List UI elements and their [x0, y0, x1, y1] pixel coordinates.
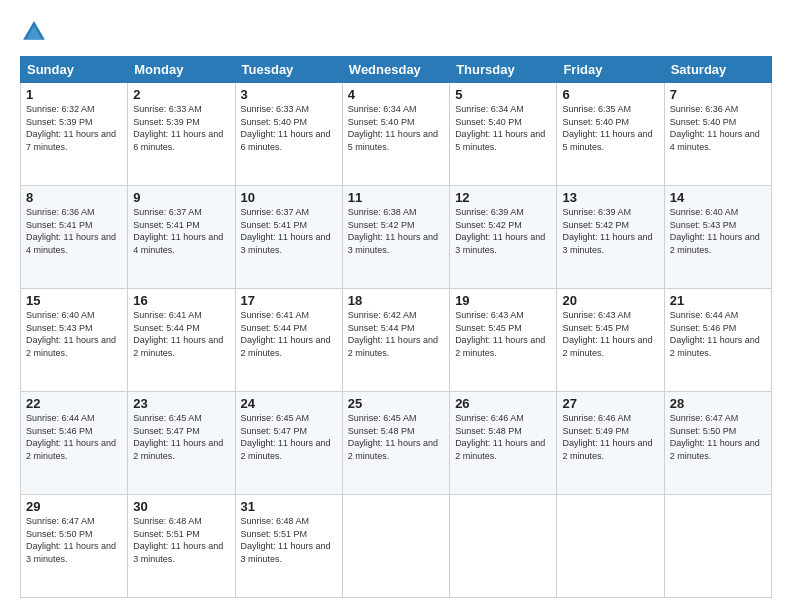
- calendar-cell: 20 Sunrise: 6:43 AMSunset: 5:45 PMDaylig…: [557, 289, 664, 392]
- day-info: Sunrise: 6:45 AMSunset: 5:48 PMDaylight:…: [348, 413, 438, 461]
- calendar-cell: 10 Sunrise: 6:37 AMSunset: 5:41 PMDaylig…: [235, 186, 342, 289]
- calendar-cell: 26 Sunrise: 6:46 AMSunset: 5:48 PMDaylig…: [450, 392, 557, 495]
- calendar-cell: 7 Sunrise: 6:36 AMSunset: 5:40 PMDayligh…: [664, 83, 771, 186]
- calendar-cell: 15 Sunrise: 6:40 AMSunset: 5:43 PMDaylig…: [21, 289, 128, 392]
- day-info: Sunrise: 6:37 AMSunset: 5:41 PMDaylight:…: [133, 207, 223, 255]
- day-number: 13: [562, 190, 658, 205]
- day-info: Sunrise: 6:35 AMSunset: 5:40 PMDaylight:…: [562, 104, 652, 152]
- day-info: Sunrise: 6:44 AMSunset: 5:46 PMDaylight:…: [26, 413, 116, 461]
- calendar-cell: 1 Sunrise: 6:32 AMSunset: 5:39 PMDayligh…: [21, 83, 128, 186]
- day-info: Sunrise: 6:41 AMSunset: 5:44 PMDaylight:…: [133, 310, 223, 358]
- calendar-table: SundayMondayTuesdayWednesdayThursdayFrid…: [20, 56, 772, 598]
- calendar-cell: 5 Sunrise: 6:34 AMSunset: 5:40 PMDayligh…: [450, 83, 557, 186]
- weekday-header: Sunday: [21, 57, 128, 83]
- day-number: 10: [241, 190, 337, 205]
- logo-icon: [20, 18, 48, 46]
- day-number: 31: [241, 499, 337, 514]
- day-number: 20: [562, 293, 658, 308]
- calendar-cell: 17 Sunrise: 6:41 AMSunset: 5:44 PMDaylig…: [235, 289, 342, 392]
- calendar-cell: 11 Sunrise: 6:38 AMSunset: 5:42 PMDaylig…: [342, 186, 449, 289]
- calendar-cell: 28 Sunrise: 6:47 AMSunset: 5:50 PMDaylig…: [664, 392, 771, 495]
- calendar-body: 1 Sunrise: 6:32 AMSunset: 5:39 PMDayligh…: [21, 83, 772, 598]
- calendar-cell: 29 Sunrise: 6:47 AMSunset: 5:50 PMDaylig…: [21, 495, 128, 598]
- weekday-header: Tuesday: [235, 57, 342, 83]
- calendar-cell: 21 Sunrise: 6:44 AMSunset: 5:46 PMDaylig…: [664, 289, 771, 392]
- weekday-header: Saturday: [664, 57, 771, 83]
- day-number: 15: [26, 293, 122, 308]
- day-info: Sunrise: 6:45 AMSunset: 5:47 PMDaylight:…: [133, 413, 223, 461]
- day-info: Sunrise: 6:44 AMSunset: 5:46 PMDaylight:…: [670, 310, 760, 358]
- day-info: Sunrise: 6:41 AMSunset: 5:44 PMDaylight:…: [241, 310, 331, 358]
- calendar-cell: 19 Sunrise: 6:43 AMSunset: 5:45 PMDaylig…: [450, 289, 557, 392]
- day-info: Sunrise: 6:33 AMSunset: 5:40 PMDaylight:…: [241, 104, 331, 152]
- day-info: Sunrise: 6:43 AMSunset: 5:45 PMDaylight:…: [455, 310, 545, 358]
- weekday-header: Wednesday: [342, 57, 449, 83]
- day-number: 24: [241, 396, 337, 411]
- day-info: Sunrise: 6:39 AMSunset: 5:42 PMDaylight:…: [455, 207, 545, 255]
- day-number: 7: [670, 87, 766, 102]
- day-number: 28: [670, 396, 766, 411]
- day-info: Sunrise: 6:36 AMSunset: 5:41 PMDaylight:…: [26, 207, 116, 255]
- day-info: Sunrise: 6:47 AMSunset: 5:50 PMDaylight:…: [26, 516, 116, 564]
- calendar-cell: 14 Sunrise: 6:40 AMSunset: 5:43 PMDaylig…: [664, 186, 771, 289]
- day-info: Sunrise: 6:40 AMSunset: 5:43 PMDaylight:…: [26, 310, 116, 358]
- day-info: Sunrise: 6:38 AMSunset: 5:42 PMDaylight:…: [348, 207, 438, 255]
- day-number: 29: [26, 499, 122, 514]
- day-number: 18: [348, 293, 444, 308]
- calendar-week-row: 22 Sunrise: 6:44 AMSunset: 5:46 PMDaylig…: [21, 392, 772, 495]
- calendar-week-row: 29 Sunrise: 6:47 AMSunset: 5:50 PMDaylig…: [21, 495, 772, 598]
- day-number: 25: [348, 396, 444, 411]
- day-info: Sunrise: 6:48 AMSunset: 5:51 PMDaylight:…: [133, 516, 223, 564]
- day-info: Sunrise: 6:48 AMSunset: 5:51 PMDaylight:…: [241, 516, 331, 564]
- calendar-cell: 4 Sunrise: 6:34 AMSunset: 5:40 PMDayligh…: [342, 83, 449, 186]
- day-number: 6: [562, 87, 658, 102]
- day-number: 4: [348, 87, 444, 102]
- day-number: 11: [348, 190, 444, 205]
- calendar-cell: 6 Sunrise: 6:35 AMSunset: 5:40 PMDayligh…: [557, 83, 664, 186]
- day-number: 3: [241, 87, 337, 102]
- calendar-cell: [557, 495, 664, 598]
- day-info: Sunrise: 6:34 AMSunset: 5:40 PMDaylight:…: [348, 104, 438, 152]
- day-number: 26: [455, 396, 551, 411]
- day-number: 8: [26, 190, 122, 205]
- calendar-cell: 25 Sunrise: 6:45 AMSunset: 5:48 PMDaylig…: [342, 392, 449, 495]
- page: SundayMondayTuesdayWednesdayThursdayFrid…: [0, 0, 792, 612]
- day-info: Sunrise: 6:40 AMSunset: 5:43 PMDaylight:…: [670, 207, 760, 255]
- day-info: Sunrise: 6:33 AMSunset: 5:39 PMDaylight:…: [133, 104, 223, 152]
- day-info: Sunrise: 6:43 AMSunset: 5:45 PMDaylight:…: [562, 310, 652, 358]
- weekday-header: Friday: [557, 57, 664, 83]
- day-number: 17: [241, 293, 337, 308]
- calendar-cell: 2 Sunrise: 6:33 AMSunset: 5:39 PMDayligh…: [128, 83, 235, 186]
- day-number: 2: [133, 87, 229, 102]
- calendar-cell: 12 Sunrise: 6:39 AMSunset: 5:42 PMDaylig…: [450, 186, 557, 289]
- calendar-cell: 23 Sunrise: 6:45 AMSunset: 5:47 PMDaylig…: [128, 392, 235, 495]
- calendar-cell: 18 Sunrise: 6:42 AMSunset: 5:44 PMDaylig…: [342, 289, 449, 392]
- calendar-cell: [342, 495, 449, 598]
- day-info: Sunrise: 6:36 AMSunset: 5:40 PMDaylight:…: [670, 104, 760, 152]
- day-info: Sunrise: 6:32 AMSunset: 5:39 PMDaylight:…: [26, 104, 116, 152]
- calendar-week-row: 1 Sunrise: 6:32 AMSunset: 5:39 PMDayligh…: [21, 83, 772, 186]
- calendar-header: SundayMondayTuesdayWednesdayThursdayFrid…: [21, 57, 772, 83]
- calendar-cell: [450, 495, 557, 598]
- calendar-cell: [664, 495, 771, 598]
- day-number: 30: [133, 499, 229, 514]
- day-number: 27: [562, 396, 658, 411]
- day-info: Sunrise: 6:46 AMSunset: 5:48 PMDaylight:…: [455, 413, 545, 461]
- day-number: 16: [133, 293, 229, 308]
- day-number: 1: [26, 87, 122, 102]
- calendar-week-row: 8 Sunrise: 6:36 AMSunset: 5:41 PMDayligh…: [21, 186, 772, 289]
- weekday-header: Monday: [128, 57, 235, 83]
- day-number: 9: [133, 190, 229, 205]
- day-info: Sunrise: 6:45 AMSunset: 5:47 PMDaylight:…: [241, 413, 331, 461]
- day-number: 14: [670, 190, 766, 205]
- day-number: 19: [455, 293, 551, 308]
- calendar-cell: 16 Sunrise: 6:41 AMSunset: 5:44 PMDaylig…: [128, 289, 235, 392]
- top-area: [20, 18, 772, 46]
- day-number: 22: [26, 396, 122, 411]
- calendar-cell: 24 Sunrise: 6:45 AMSunset: 5:47 PMDaylig…: [235, 392, 342, 495]
- day-number: 23: [133, 396, 229, 411]
- logo: [20, 18, 52, 46]
- day-info: Sunrise: 6:39 AMSunset: 5:42 PMDaylight:…: [562, 207, 652, 255]
- calendar-cell: 31 Sunrise: 6:48 AMSunset: 5:51 PMDaylig…: [235, 495, 342, 598]
- weekday-header: Thursday: [450, 57, 557, 83]
